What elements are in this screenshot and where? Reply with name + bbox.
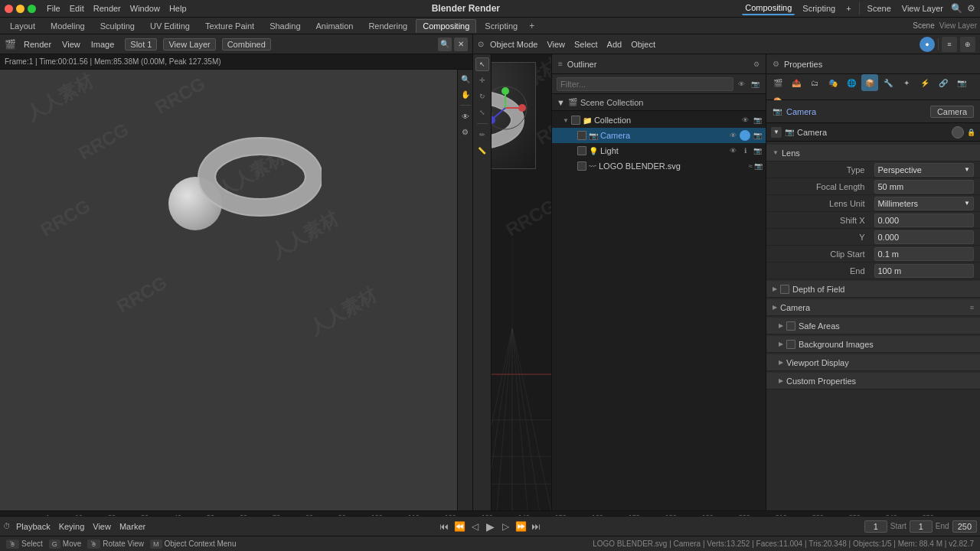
light-visibility-cb[interactable] bbox=[577, 146, 586, 155]
scale-tool[interactable]: ⤡ bbox=[475, 106, 489, 119]
collection-render-btn[interactable]: 📷 bbox=[752, 115, 763, 126]
solid-shading-btn[interactable]: ● bbox=[920, 37, 935, 52]
lens-section-header[interactable]: ▼ Lens bbox=[766, 145, 980, 161]
context-menu-action[interactable]: M Object Context Menu bbox=[150, 540, 236, 549]
start-frame-input[interactable]: 1 bbox=[910, 520, 933, 533]
select-action[interactable]: 🖱 Select bbox=[6, 540, 43, 549]
close-button[interactable] bbox=[5, 5, 13, 13]
menu-window[interactable]: Window bbox=[127, 2, 163, 15]
prop-world-icon[interactable]: 🌐 bbox=[843, 74, 860, 91]
camera-lock-icon[interactable]: 🔒 bbox=[967, 129, 975, 136]
move-tool[interactable]: ✛ bbox=[475, 73, 489, 87]
filter-btn[interactable]: ⚙ bbox=[753, 60, 760, 68]
logo-visibility-cb[interactable] bbox=[577, 161, 586, 171]
measure-tool[interactable]: 📏 bbox=[475, 144, 489, 158]
rotate-action[interactable]: 🖱 Rotate View bbox=[87, 540, 144, 549]
tab-layout[interactable]: Layout bbox=[3, 19, 42, 33]
custom-props-header[interactable]: ▶ Custom Properties bbox=[766, 373, 980, 390]
scene-collection-expand[interactable]: ▼ bbox=[557, 98, 565, 107]
prop-modifier-icon[interactable]: 🔧 bbox=[880, 74, 897, 91]
select-tool[interactable]: ↖ bbox=[475, 57, 489, 71]
tab-rendering[interactable]: Rendering bbox=[361, 19, 414, 33]
outliner-item-camera[interactable]: ▶ 📷 Camera 👁 📷 bbox=[552, 128, 766, 143]
maximize-button[interactable] bbox=[28, 5, 36, 13]
end-frame-input[interactable]: 250 bbox=[952, 520, 977, 533]
prop-output-icon[interactable]: 📤 bbox=[788, 74, 805, 91]
clip-start-value[interactable]: 0.1 m bbox=[874, 247, 975, 261]
menu-render-tab[interactable]: Render bbox=[21, 38, 54, 51]
shift-y-value[interactable]: 0.000 bbox=[874, 230, 975, 244]
outliner-view-icon[interactable]: 👁 bbox=[737, 79, 746, 90]
step-back-btn[interactable]: ◁ bbox=[468, 520, 482, 533]
view-layer-selector-render[interactable]: View Layer bbox=[163, 38, 215, 51]
type-dropdown[interactable]: Perspective ▼ bbox=[874, 163, 975, 177]
collection-expand-arrow[interactable]: ▼ bbox=[563, 117, 569, 124]
menu-select-3d[interactable]: Select bbox=[571, 38, 601, 51]
safe-areas-header[interactable]: ▶ Safe Areas bbox=[766, 318, 980, 334]
prop-constraints-icon[interactable]: 🔗 bbox=[935, 74, 952, 91]
shift-x-value[interactable]: 0.000 bbox=[874, 214, 975, 227]
dof-header[interactable]: ▶ Depth of Field bbox=[766, 281, 980, 298]
combined-selector[interactable]: Combined bbox=[222, 38, 271, 51]
tab-uv[interactable]: UV Editing bbox=[143, 19, 197, 33]
keying-menu[interactable]: Keying bbox=[56, 520, 88, 533]
tab-scripting[interactable]: Scripting bbox=[478, 19, 524, 33]
play-btn-main[interactable]: ▶ bbox=[483, 520, 497, 533]
safe-areas-cb[interactable] bbox=[786, 321, 795, 331]
marker-menu[interactable]: Marker bbox=[116, 520, 149, 533]
collection-eye-btn[interactable]: 👁 bbox=[740, 115, 750, 126]
tab-compositing[interactable]: Compositing bbox=[416, 19, 476, 33]
camera-data-expand[interactable]: ▼ bbox=[771, 127, 782, 138]
lens-unit-dropdown[interactable]: Millimeters ▼ bbox=[874, 197, 975, 210]
gizmo-btn[interactable]: ⊕ bbox=[960, 37, 975, 52]
rotate-tool[interactable]: ↻ bbox=[475, 90, 489, 103]
bg-images-cb[interactable] bbox=[786, 340, 795, 349]
tab-shading[interactable]: Shading bbox=[263, 19, 307, 33]
menu-view-tab[interactable]: View bbox=[59, 38, 83, 51]
menu-add-3d[interactable]: Add bbox=[604, 38, 626, 51]
tab-sculpting[interactable]: Sculpting bbox=[93, 19, 142, 33]
tab-texture[interactable]: Texture Paint bbox=[198, 19, 261, 33]
workspace-compositing[interactable]: Compositing bbox=[742, 2, 795, 15]
slot-selector[interactable]: Slot 1 bbox=[125, 38, 157, 51]
step-forward-btn[interactable]: ▷ bbox=[498, 520, 512, 533]
viewport-3d[interactable]: 人人素材 RRCG RRCG 人人素材 RRCG 人人素材 RRCG 人人素材 bbox=[473, 54, 551, 511]
tab-modeling[interactable]: Modeling bbox=[44, 19, 92, 33]
light-eye-btn[interactable]: 👁 bbox=[727, 145, 738, 156]
next-keyframe-btn[interactable]: ⏩ bbox=[514, 520, 528, 533]
prop-render-icon[interactable]: 🎬 bbox=[769, 74, 786, 91]
light-render-btn[interactable]: 📷 bbox=[752, 145, 763, 156]
prev-keyframe-btn[interactable]: ⏪ bbox=[452, 520, 466, 533]
outliner-render-icon[interactable]: 📷 bbox=[750, 79, 761, 90]
workspace-scripting[interactable]: Scripting bbox=[799, 2, 838, 15]
pan-btn[interactable]: ✋ bbox=[459, 88, 472, 100]
camera-color-swatch[interactable] bbox=[952, 126, 964, 139]
dof-checkbox[interactable] bbox=[780, 285, 789, 294]
prop-data-icon[interactable]: 📷 bbox=[953, 74, 970, 91]
move-action[interactable]: G Move bbox=[49, 540, 81, 549]
add-workspace-icon[interactable]: + bbox=[529, 21, 534, 31]
render-prop-btn[interactable]: ⚙ bbox=[459, 126, 472, 138]
search-btn[interactable]: 🔍 bbox=[951, 3, 962, 14]
zoom-in-btn[interactable]: 🔍 bbox=[459, 73, 472, 85]
minimize-button[interactable] bbox=[16, 5, 24, 13]
annotate-tool[interactable]: ✏ bbox=[475, 128, 489, 142]
jump-start-btn[interactable]: ⏮ bbox=[437, 520, 451, 533]
light-info-btn[interactable]: ℹ bbox=[740, 145, 750, 156]
menu-object-3d[interactable]: Object bbox=[628, 38, 658, 51]
current-frame-display[interactable]: 1 bbox=[864, 520, 887, 533]
camera-list-btn[interactable]: ≡ bbox=[970, 304, 974, 311]
clip-end-value[interactable]: 100 m bbox=[874, 264, 975, 278]
collection-visibility-cb[interactable] bbox=[571, 116, 580, 125]
scene-selector[interactable]: Scene bbox=[864, 2, 894, 15]
view-tl-menu[interactable]: View bbox=[90, 520, 114, 533]
menu-help[interactable]: Help bbox=[166, 2, 190, 15]
view-type-btn[interactable]: 👁 bbox=[459, 110, 472, 122]
prop-particles-icon[interactable]: ✦ bbox=[898, 74, 915, 91]
jump-end-btn[interactable]: ⏭ bbox=[529, 520, 543, 533]
camera-render-btn[interactable]: 📷 bbox=[752, 130, 763, 141]
menu-render[interactable]: Render bbox=[90, 2, 124, 15]
camera-eye-btn[interactable]: 👁 bbox=[727, 130, 738, 141]
gear-icon[interactable]: ⚙ bbox=[967, 3, 975, 14]
outliner-item-light[interactable]: ▶ 💡 Light 👁 ℹ 📷 bbox=[552, 143, 766, 158]
